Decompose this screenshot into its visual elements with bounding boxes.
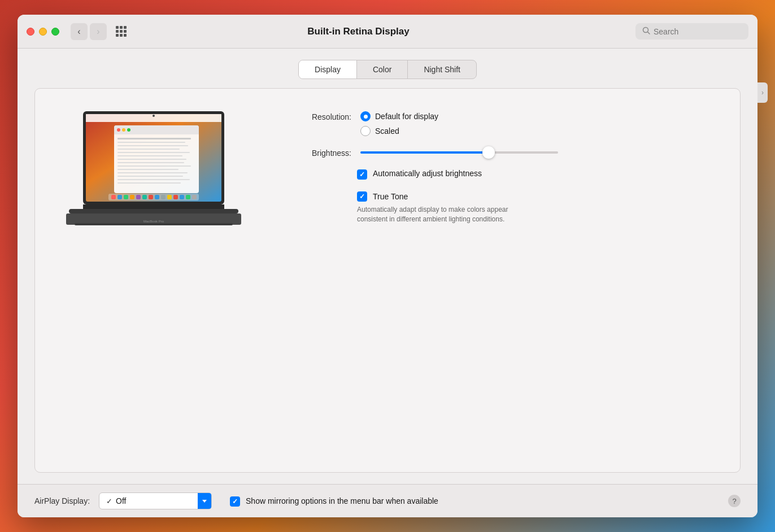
svg-rect-32: [142, 195, 147, 199]
airplay-value: Off: [116, 496, 191, 505]
svg-rect-19: [117, 162, 184, 163]
settings-area: Resolution: Default for display Scaled: [284, 106, 717, 224]
auto-brightness-checkbox[interactable]: ✓: [357, 169, 367, 180]
svg-rect-15: [117, 149, 180, 150]
svg-rect-28: [117, 195, 122, 199]
forward-button[interactable]: ›: [90, 23, 107, 40]
content-area: Display Color Night Shift: [18, 49, 757, 484]
svg-rect-20: [117, 165, 191, 167]
search-input[interactable]: [654, 27, 738, 36]
tab-display[interactable]: Display: [299, 60, 357, 79]
grid-icon[interactable]: [116, 26, 127, 37]
svg-rect-27: [111, 195, 116, 199]
auto-brightness-row: ✓ Automatically adjust brightness: [284, 169, 717, 180]
svg-rect-36: [167, 195, 172, 199]
tab-color[interactable]: Color: [357, 60, 408, 79]
macbook-svg: MacBook Pro: [63, 106, 244, 236]
true-tone-label: True Tone: [373, 192, 408, 201]
slider-thumb[interactable]: [482, 146, 495, 159]
svg-rect-37: [173, 195, 178, 199]
brightness-setting: Brightness:: [284, 147, 717, 158]
svg-rect-18: [117, 159, 186, 160]
svg-text:MacBook Pro: MacBook Pro: [143, 220, 164, 223]
search-icon: [642, 27, 650, 36]
window-title: Built-in Retina Display: [133, 26, 584, 37]
grid-dot: [120, 30, 123, 33]
svg-point-41: [153, 115, 155, 117]
resolution-scaled-option[interactable]: Scaled: [360, 126, 438, 136]
mirroring-label: Show mirroring options in the menu bar w…: [246, 496, 438, 505]
svg-rect-35: [161, 195, 166, 199]
airplay-label: AirPlay Display:: [34, 496, 90, 505]
svg-rect-23: [117, 176, 183, 177]
svg-rect-22: [117, 172, 188, 173]
true-tone-row: ✓ True Tone Automatically adapt display …: [284, 191, 717, 224]
resolution-scaled-radio[interactable]: [360, 126, 371, 136]
svg-rect-38: [180, 195, 184, 199]
svg-rect-43: [69, 209, 238, 213]
svg-rect-8: [114, 130, 199, 134]
svg-rect-24: [117, 179, 190, 180]
svg-rect-12: [117, 138, 191, 139]
svg-point-10: [122, 128, 125, 132]
slider-fill: [360, 151, 489, 154]
maximize-button[interactable]: [51, 28, 59, 36]
title-bar: ‹ › Built-in Retina Display: [18, 15, 757, 49]
checkbox-check-icon-2: ✓: [359, 193, 365, 200]
main-panel: MacBook Pro Resolution: Default for disp…: [34, 88, 741, 473]
svg-rect-40: [192, 195, 197, 199]
grid-dot: [116, 34, 119, 37]
true-tone-checkbox[interactable]: ✓: [357, 191, 367, 202]
grid-dot: [124, 26, 127, 29]
airplay-dropdown[interactable]: ✓ Off: [99, 492, 212, 509]
side-arrow[interactable]: ›: [757, 82, 768, 103]
grid-dot: [120, 34, 123, 37]
minimize-button[interactable]: [39, 28, 47, 36]
tabs-bar: Display Color Night Shift: [298, 60, 477, 79]
help-button[interactable]: ?: [728, 495, 741, 507]
svg-rect-30: [130, 195, 134, 199]
close-button[interactable]: [27, 28, 34, 36]
mirroring-checkbox[interactable]: ✓: [230, 496, 240, 507]
mirroring-row: ✓ Show mirroring options in the menu bar…: [230, 496, 719, 507]
tab-night-shift[interactable]: Night Shift: [408, 60, 476, 79]
svg-rect-16: [117, 152, 190, 153]
svg-rect-21: [117, 169, 178, 170]
traffic-lights: [27, 28, 59, 36]
svg-rect-17: [117, 155, 182, 156]
svg-rect-34: [155, 195, 159, 199]
grid-dot: [116, 30, 119, 33]
svg-rect-42: [83, 204, 224, 209]
bottom-bar: AirPlay Display: ✓ Off ✓ Show mirroring …: [18, 484, 757, 517]
svg-line-1: [648, 32, 650, 34]
back-button[interactable]: ‹: [71, 23, 88, 40]
brightness-slider[interactable]: [360, 151, 558, 154]
resolution-controls: Default for display Scaled: [360, 111, 438, 136]
svg-rect-13: [117, 142, 185, 143]
nav-buttons: ‹ ›: [71, 23, 107, 40]
airplay-checkmark: ✓: [106, 497, 112, 505]
macbook-illustration: MacBook Pro: [58, 106, 250, 236]
dropdown-arrow-icon: [202, 500, 207, 503]
svg-rect-29: [124, 195, 128, 199]
grid-dot: [116, 26, 119, 29]
grid-dot: [120, 26, 123, 29]
resolution-label: Resolution:: [284, 111, 351, 121]
resolution-default-radio[interactable]: [360, 111, 371, 121]
search-bar[interactable]: [635, 23, 748, 40]
svg-rect-31: [136, 195, 141, 199]
svg-rect-25: [117, 182, 181, 184]
resolution-default-option[interactable]: Default for display: [360, 111, 438, 121]
brightness-label: Brightness:: [284, 147, 351, 158]
auto-brightness-label: Automatically adjust brightness: [373, 169, 482, 178]
svg-rect-33: [149, 195, 153, 199]
mirroring-check-icon: ✓: [232, 498, 238, 505]
resolution-setting: Resolution: Default for display Scaled: [284, 111, 717, 136]
slider-track: [360, 151, 558, 154]
svg-rect-39: [186, 195, 190, 199]
svg-point-9: [117, 128, 120, 132]
resolution-default-label: Default for display: [375, 112, 438, 121]
svg-rect-14: [117, 145, 188, 146]
settings-window: ‹ › Built-in Retina Display ›: [18, 15, 757, 517]
true-tone-description: Automatically adapt display to make colo…: [357, 205, 538, 224]
